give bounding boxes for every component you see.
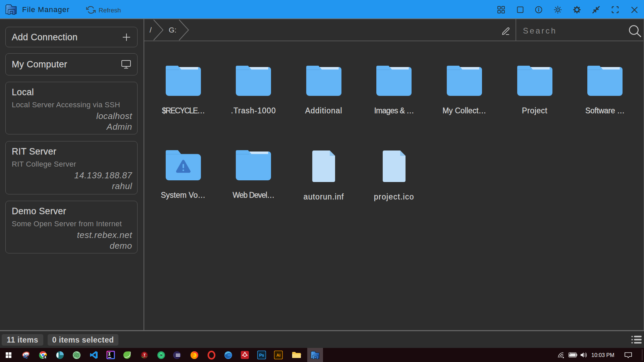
svg-text:Ps: Ps (259, 353, 264, 358)
svg-text:Ai: Ai (276, 353, 280, 358)
